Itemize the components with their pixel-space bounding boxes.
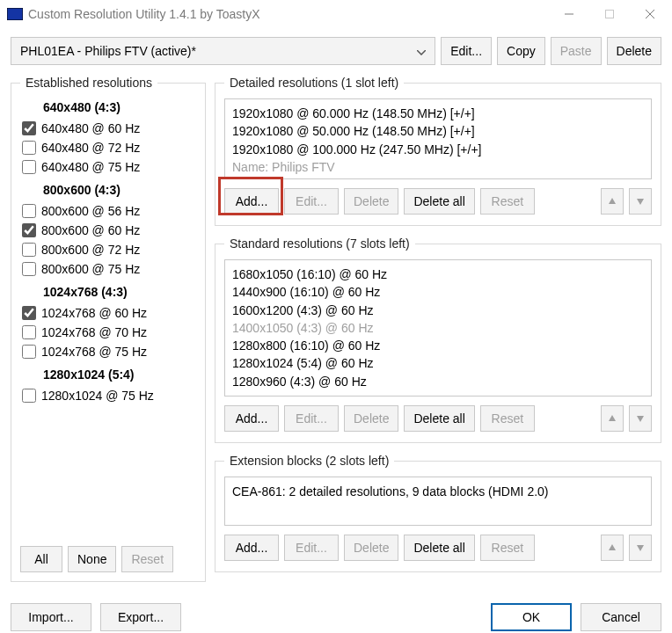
list-item[interactable]: 1920x1080 @ 60.000 Hz (148.50 MHz) [+/+]: [232, 105, 644, 122]
ext-reset-button[interactable]: Reset: [480, 535, 535, 561]
detailed-down-button[interactable]: [629, 188, 652, 215]
ext-add-button[interactable]: Add...: [224, 535, 279, 561]
est-800-56[interactable]: 800x600 @ 56 Hz: [20, 204, 196, 218]
list-item[interactable]: 1280x1024 (5:4) @ 60 Hz: [232, 354, 644, 372]
standard-list[interactable]: 1680x1050 (16:10) @ 60 Hz 1440x900 (16:1…: [224, 259, 652, 397]
titlebar: Custom Resolution Utility 1.4.1 by Toast…: [0, 0, 672, 28]
est-head-1280: 1280x1024 (5:4): [20, 367, 196, 382]
ext-delete-button[interactable]: Delete: [344, 535, 398, 561]
svg-rect-1: [9, 10, 21, 18]
standard-delete-button[interactable]: Delete: [344, 405, 398, 432]
est-reset-button[interactable]: Reset: [121, 546, 173, 572]
ext-edit-button[interactable]: Edit...: [284, 535, 339, 561]
ext-up-button[interactable]: [601, 535, 624, 561]
list-item[interactable]: 1920x1080 @ 100.000 Hz (247.50 MHz) [+/+…: [232, 141, 644, 158]
ext-deleteall-button[interactable]: Delete all: [404, 535, 474, 561]
extension-list[interactable]: CEA-861: 2 detailed resolutions, 9 data …: [224, 477, 652, 526]
copy-button[interactable]: Copy: [497, 37, 545, 65]
ok-button[interactable]: OK: [491, 603, 572, 631]
minimize-button[interactable]: [549, 1, 589, 27]
edit-monitor-button[interactable]: Edit...: [441, 37, 492, 65]
est-800-75[interactable]: 800x600 @ 75 Hz: [20, 262, 196, 276]
est-640-72[interactable]: 640x480 @ 72 Hz: [20, 141, 196, 155]
est-640-75[interactable]: 640x480 @ 75 Hz: [20, 160, 196, 174]
detailed-list[interactable]: 1920x1080 @ 60.000 Hz (148.50 MHz) [+/+]…: [224, 98, 652, 179]
maximize-button[interactable]: [589, 1, 630, 27]
extension-legend: Extension blocks (2 slots left): [224, 454, 394, 468]
paste-button[interactable]: Paste: [551, 37, 602, 65]
import-button[interactable]: Import...: [11, 603, 91, 631]
cancel-button[interactable]: Cancel: [581, 603, 661, 631]
monitor-selected: PHL01EA - Philips FTV (active)*: [20, 44, 196, 58]
detailed-fieldset: Detailed resolutions (1 slot left) 1920x…: [215, 76, 661, 226]
standard-deleteall-button[interactable]: Delete all: [404, 405, 474, 432]
close-button[interactable]: [630, 1, 670, 27]
established-fieldset: Established resolutions 640x480 (4:3) 64…: [11, 76, 206, 582]
standard-legend: Standard resolutions (7 slots left): [224, 236, 415, 251]
list-item[interactable]: 1280x960 (4:3) @ 60 Hz: [232, 373, 644, 390]
detailed-edit-button[interactable]: Edit...: [284, 188, 339, 215]
est-800-72[interactable]: 800x600 @ 72 Hz: [20, 243, 196, 257]
detailed-deleteall-button[interactable]: Delete all: [404, 188, 474, 215]
list-item[interactable]: 1920x1080 @ 50.000 Hz (148.50 MHz) [+/+]: [232, 122, 644, 140]
app-icon: [7, 8, 23, 20]
standard-add-button[interactable]: Add...: [224, 405, 279, 432]
list-item[interactable]: Name: Philips FTV: [232, 158, 644, 176]
est-head-640: 640x480 (4:3): [20, 100, 196, 114]
est-none-button[interactable]: None: [68, 546, 116, 572]
delete-monitor-button[interactable]: Delete: [607, 37, 661, 65]
est-1024-75[interactable]: 1024x768 @ 75 Hz: [20, 345, 196, 359]
list-item[interactable]: 1400x1050 (4:3) @ 60 Hz: [232, 319, 644, 337]
list-item[interactable]: 1600x1200 (4:3) @ 60 Hz: [232, 302, 644, 319]
svg-rect-3: [606, 11, 614, 18]
est-800-60[interactable]: 800x600 @ 60 Hz: [20, 223, 196, 237]
standard-reset-button[interactable]: Reset: [480, 405, 535, 432]
list-item[interactable]: 1440x900 (16:10) @ 60 Hz: [232, 283, 644, 301]
chevron-down-icon: [417, 44, 426, 58]
established-legend: Established resolutions: [20, 76, 157, 90]
monitor-dropdown[interactable]: PHL01EA - Philips FTV (active)*: [11, 37, 435, 65]
est-all-button[interactable]: All: [20, 546, 62, 572]
est-head-1024: 1024x768 (4:3): [20, 285, 196, 299]
est-640-60[interactable]: 640x480 @ 60 Hz: [20, 121, 196, 135]
detailed-add-button[interactable]: Add...: [224, 188, 279, 215]
list-item[interactable]: 1680x1050 (16:10) @ 60 Hz: [232, 266, 644, 283]
est-head-800: 800x600 (4:3): [20, 183, 196, 197]
standard-down-button[interactable]: [629, 405, 652, 432]
detailed-up-button[interactable]: [601, 188, 624, 215]
standard-edit-button[interactable]: Edit...: [284, 405, 339, 432]
window-title: Custom Resolution Utility 1.4.1 by Toast…: [28, 7, 549, 21]
export-button[interactable]: Export...: [100, 603, 181, 631]
ext-down-button[interactable]: [629, 535, 652, 561]
est-1024-70[interactable]: 1024x768 @ 70 Hz: [20, 325, 196, 339]
est-1280-75[interactable]: 1280x1024 @ 75 Hz: [20, 389, 196, 403]
list-item[interactable]: CEA-861: 2 detailed resolutions, 9 data …: [232, 483, 644, 500]
list-item[interactable]: 1280x800 (16:10) @ 60 Hz: [232, 337, 644, 354]
detailed-delete-button[interactable]: Delete: [344, 188, 398, 215]
est-1024-60[interactable]: 1024x768 @ 60 Hz: [20, 306, 196, 320]
extension-fieldset: Extension blocks (2 slots left) CEA-861:…: [215, 454, 661, 572]
standard-fieldset: Standard resolutions (7 slots left) 1680…: [215, 236, 661, 443]
standard-up-button[interactable]: [601, 405, 624, 432]
detailed-legend: Detailed resolutions (1 slot left): [224, 76, 404, 90]
detailed-reset-button[interactable]: Reset: [480, 188, 535, 215]
